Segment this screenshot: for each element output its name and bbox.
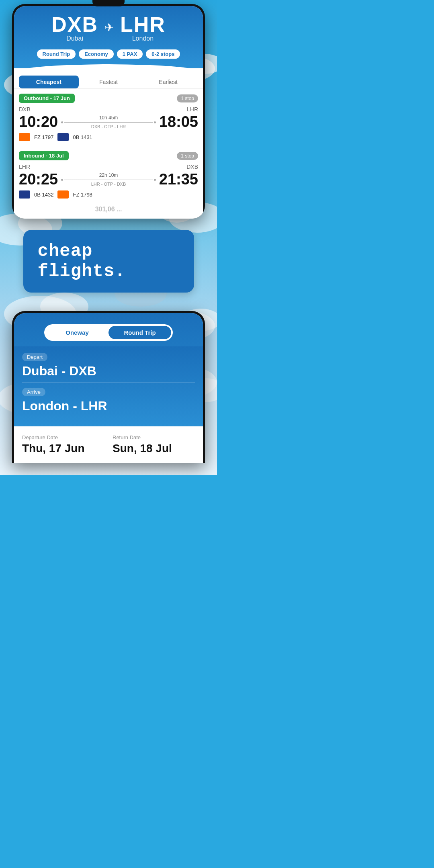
outbound-segment-header: Outbound - 17 Jun 1 stop [19, 94, 198, 103]
inbound-segment-header: Inbound - 18 Jul 1 stop [19, 151, 198, 160]
outbound-airline2-logo [57, 133, 69, 141]
inbound-arrive-time: 21:35 [159, 171, 198, 188]
phone-mockup-1: DXB Dubai ✈ LHR London Round Trip [12, 4, 205, 219]
dest-col: LHR London [120, 12, 166, 42]
results-area: Outbound - 17 Jun 1 stop DXB LHR 10:20 1… [14, 89, 203, 219]
departure-date-col[interactable]: Departure Date Thu, 17 Jun [22, 434, 104, 455]
dates-section: Departure Date Thu, 17 Jun Return Date S… [14, 426, 203, 463]
stops-pill[interactable]: 0-2 stops [146, 49, 180, 59]
inbound-airports-row: LHR DXB [19, 164, 198, 170]
plane-icon: ✈ [103, 21, 115, 34]
inbound-to-airport: DXB [186, 164, 198, 170]
outbound-duration-line [61, 121, 156, 123]
outbound-times-row: 10:20 10h 45m DXB - OTP - LHR 18:05 [19, 113, 198, 131]
departure-date-value: Thu, 17 Jun [22, 442, 104, 455]
outbound-airline1-logo [19, 133, 30, 141]
flight-header: DXB Dubai ✈ LHR London Round Trip [14, 6, 203, 64]
form-section: Depart Dubai - DXB Arrive London - LHR [14, 346, 203, 426]
inbound-airline2-code: FZ 1798 [73, 192, 92, 198]
trip-type-pill[interactable]: Round Trip [37, 49, 76, 59]
inbound-stop-badge: 1 stop [177, 152, 198, 160]
route-row: DXB Dubai ✈ LHR London [20, 12, 197, 45]
outbound-duration: 10h 45m [61, 115, 156, 121]
cabin-pill[interactable]: Economy [79, 49, 114, 59]
inbound-duration: 22h 10m [61, 172, 156, 178]
price-preview: 301,06 ... [19, 203, 198, 214]
inbound-badge: Inbound - 18 Jul [19, 151, 69, 160]
arrive-label: Arrive [22, 388, 45, 396]
filter-pills: Round Trip Economy 1 PAX 0-2 stops [20, 45, 197, 64]
inbound-depart-time: 20:25 [19, 171, 58, 188]
toggle-round-trip[interactable]: Round Trip [108, 326, 171, 339]
inbound-duration-block: 22h 10m LHR - OTP - DXB [58, 172, 159, 186]
passengers-pill[interactable]: 1 PAX [117, 49, 143, 59]
tab-cheapest[interactable]: Cheapest [19, 76, 79, 88]
outbound-to-airport: LHR [187, 106, 198, 113]
phone2-screen: Oneway Round Trip Depart Dubai - DXB Arr… [14, 313, 203, 463]
toggle-oneway[interactable]: Oneway [46, 326, 108, 339]
departure-date-label: Departure Date [22, 434, 104, 440]
trip-toggle: Oneway Round Trip [44, 324, 173, 341]
origin-col: DXB Dubai [51, 12, 98, 42]
depart-label: Depart [22, 353, 47, 361]
phone-mockup-2: Oneway Round Trip Depart Dubai - DXB Arr… [12, 311, 205, 463]
outbound-airports-row: DXB LHR [19, 106, 198, 113]
outbound-stop-badge: 1 stop [177, 94, 198, 102]
inbound-airline2-logo [57, 190, 69, 199]
inbound-from-airport: LHR [19, 164, 30, 170]
arrive-value[interactable]: London - LHR [22, 399, 195, 420]
dates-row: Departure Date Thu, 17 Jun Return Date S… [22, 434, 195, 455]
tab-fastest[interactable]: Fastest [79, 76, 139, 88]
dest-code: LHR [120, 12, 166, 37]
return-date-value: Sun, 18 Jul [113, 442, 195, 455]
phone1-screen: DXB Dubai ✈ LHR London Round Trip [14, 6, 203, 219]
outbound-airlines-row: FZ 1797 0B 1431 [19, 133, 198, 141]
inbound-airline1-code: 0B 1432 [34, 192, 53, 198]
segment-divider [19, 146, 198, 146]
inbound-duration-line [61, 179, 156, 181]
outbound-depart-time: 10:20 [19, 113, 58, 131]
inbound-via: LHR - OTP - DXB [61, 182, 156, 186]
origin-code: DXB [51, 12, 98, 37]
return-date-col[interactable]: Return Date Sun, 18 Jul [113, 434, 195, 455]
inbound-times-row: 20:25 22h 10m LHR - OTP - DXB 21:35 [19, 171, 198, 188]
banner-row: cheap flights. [8, 219, 209, 304]
inbound-airline1-logo [19, 190, 30, 199]
depart-value[interactable]: Dubai - DXB [22, 364, 195, 383]
toggle-container: Oneway Round Trip [14, 318, 203, 346]
outbound-badge: Outbound - 17 Jun [19, 94, 75, 103]
cheap-flights-banner: cheap flights. [23, 230, 194, 293]
phone2-header-bg: Oneway Round Trip Depart Dubai - DXB Arr… [14, 313, 203, 426]
tabs-row: Cheapest Fastest Earliest [14, 72, 203, 89]
outbound-arrive-time: 18:05 [159, 113, 198, 131]
return-date-label: Return Date [113, 434, 195, 440]
outbound-duration-block: 10h 45m DXB - OTP - LHR [58, 115, 159, 129]
inbound-airlines-row: 0B 1432 FZ 1798 [19, 190, 198, 199]
outbound-from-airport: DXB [19, 106, 31, 113]
outbound-via: DXB - OTP - LHR [61, 124, 156, 129]
outbound-airline1-code: FZ 1797 [34, 134, 53, 140]
tab-earliest[interactable]: Earliest [138, 76, 198, 88]
outbound-airline2-code: 0B 1431 [73, 134, 92, 140]
